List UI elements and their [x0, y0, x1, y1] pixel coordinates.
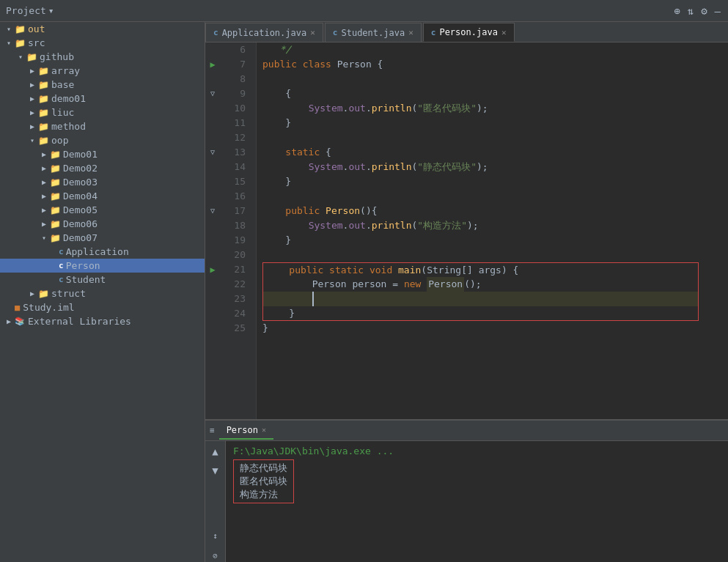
scroll-down-icon[interactable]: ▼ [210, 463, 219, 478]
tab-application[interactable]: c Application.java ✕ [205, 23, 323, 42]
iml-file-icon: ■ [15, 303, 20, 313]
sidebar-item-demo03-class[interactable]: ▶ 📁 Demo03 [0, 175, 205, 189]
line-num-12: 12 [220, 130, 250, 145]
add-icon[interactable]: ⊕ [672, 4, 681, 18]
gutter-line-23 [205, 292, 220, 306]
console-output-line-1: 静态代码块 [240, 462, 287, 475]
sidebar-item-liuc[interactable]: ▶ 📁 liuc [0, 106, 205, 119]
console-output-line-3: 构造方法 [240, 488, 287, 501]
tab-person[interactable]: c Person.java ✕ [423, 23, 515, 42]
code-line-16 [262, 189, 728, 204]
line-num-9: 9 [220, 86, 250, 101]
wrap-icon[interactable]: ↕ [211, 530, 219, 542]
line-num-25: 25 [220, 321, 250, 336]
arrow-icon: ▶ [38, 220, 50, 228]
sidebar-item-student[interactable]: c Student [0, 273, 205, 286]
tab-close-icon[interactable]: ✕ [408, 28, 413, 37]
gutter-line-19 [205, 233, 220, 248]
line-num-24: 24 [220, 306, 250, 321]
minimize-icon[interactable]: — [713, 4, 722, 18]
java-icon: c [333, 28, 338, 37]
code-line-20 [262, 248, 728, 262]
code-line-21: public static void main(String[] args) { [262, 262, 699, 277]
gear-icon[interactable]: ⚙ [699, 4, 708, 18]
code-line-14: System.out.println("静态代码块"); [262, 160, 728, 174]
sidebar-item-demo02-class[interactable]: ▶ 📁 Demo02 [0, 161, 205, 175]
java-file-icon: c [59, 261, 64, 270]
gutter-line-12 [205, 130, 220, 145]
sidebar-item-method[interactable]: ▶ 📁 method [0, 119, 205, 133]
sidebar-item-external-libraries[interactable]: ▶ 📚 External Libraries [0, 314, 205, 328]
bottom-tab-person[interactable]: Person ✕ [219, 422, 273, 440]
gutter-line-25 [205, 321, 220, 336]
sidebar-item-demo01-class[interactable]: ▶ 📁 Demo01 [0, 147, 205, 161]
project-label[interactable]: Project ▾ [6, 5, 54, 16]
bottom-panel: ≡ Person ✕ ▲ ▼ ↕ ⊘ F:\Java\JDK\bin\java.… [205, 419, 728, 562]
sidebar-item-demo01[interactable]: ▶ 📁 demo01 [0, 92, 205, 106]
sidebar-item-github[interactable]: ▾ 📁 github [0, 50, 205, 64]
editor-area: c Application.java ✕ c Student.java ✕ c … [205, 22, 728, 562]
sidebar-item-demo05-class[interactable]: ▶ 📁 Demo05 [0, 203, 205, 217]
sidebar-item-src[interactable]: ▾ 📁 src [0, 36, 205, 50]
code-editor[interactable]: ▶ ▽ ▽ ▽ ▶ 6 [205, 42, 728, 419]
arrow-icon: ▶ [26, 95, 38, 103]
code-line-9: { [262, 86, 728, 101]
sort-icon[interactable]: ⇅ [686, 4, 695, 18]
sidebar-item-array[interactable]: ▶ 📁 array [0, 64, 205, 78]
arrow-icon: ▶ [3, 317, 15, 325]
line-num-18: 18 [220, 218, 250, 233]
code-line-7: public class Person { [262, 57, 728, 72]
sidebar-item-struct[interactable]: ▶ 📁 struct [0, 286, 205, 300]
line-num-15: 15 [220, 174, 250, 189]
sidebar-item-demo07-class[interactable]: ▾ 📁 Demo07 [0, 231, 205, 245]
sidebar-item-oop[interactable]: ▾ 📁 oop [0, 133, 205, 147]
sidebar-item-base[interactable]: ▶ 📁 base [0, 78, 205, 92]
sidebar-item-label: demo01 [51, 93, 86, 104]
clear-icon[interactable]: ⊘ [211, 550, 219, 562]
bottom-left-bar: ▲ ▼ ↕ ⊘ [205, 441, 226, 562]
scroll-up-icon[interactable]: ▲ [210, 444, 219, 459]
tab-close-icon[interactable]: ✕ [310, 28, 315, 37]
gutter-line-22 [205, 277, 220, 292]
java-file-icon: c [59, 275, 64, 284]
sidebar-item-study-iml[interactable]: ■ Study.iml [0, 300, 205, 314]
code-line-6: */ [262, 42, 728, 57]
sidebar-item-label: github [40, 51, 74, 62]
sidebar-item-application[interactable]: c Application [0, 245, 205, 259]
folder-icon: 📁 [38, 289, 49, 299]
code-line-23 [262, 292, 699, 306]
gutter-line-21[interactable]: ▶ [205, 262, 220, 277]
tab-label: Application.java [222, 28, 307, 38]
sidebar-item-person[interactable]: c Person [0, 259, 205, 273]
console-text: 静态代码块 [240, 462, 287, 473]
console-output: F:\Java\JDK\bin\java.exe ... 静态代码块 匿名代码块… [226, 441, 728, 562]
sidebar-item-label: Demo06 [63, 218, 98, 229]
sidebar-item-label: src [28, 37, 45, 48]
folder-icon: 📁 [15, 38, 26, 48]
sidebar-item-label: array [51, 65, 80, 76]
sidebar-item-demo04-class[interactable]: ▶ 📁 Demo04 [0, 189, 205, 203]
gutter-line-13: ▽ [205, 145, 220, 160]
code-line-18: System.out.println("构造方法"); [262, 218, 728, 233]
tab-student[interactable]: c Student.java ✕ [325, 23, 422, 42]
gutter-line-10 [205, 101, 220, 116]
tab-close-icon[interactable]: ✕ [501, 28, 507, 37]
console-text: 构造方法 [240, 489, 278, 500]
line-num-23: 23 [220, 292, 250, 306]
line-num-16: 16 [220, 189, 250, 204]
code-content[interactable]: */ public class Person { { System.out.pr… [257, 42, 728, 419]
gutter-line-7[interactable]: ▶ [205, 57, 220, 72]
sidebar-item-demo06-class[interactable]: ▶ 📁 Demo06 [0, 217, 205, 231]
arrow-icon: ▾ [3, 25, 15, 33]
arrow-icon: ▶ [26, 108, 38, 117]
bottom-tab-close-icon[interactable]: ✕ [262, 426, 266, 434]
folder-icon: 📁 [38, 66, 49, 76]
arrow-icon: ▶ [26, 67, 38, 75]
sidebar-item-out[interactable]: ▾ 📁 out [0, 22, 205, 36]
main-layout: ▾ 📁 out ▾ 📁 src ▾ 📁 github ▶ 📁 array ▶ 📁… [0, 22, 728, 562]
code-line-19: } [262, 233, 728, 248]
sidebar-item-label: Demo05 [63, 204, 98, 215]
folder-icon: 📁 [50, 177, 61, 188]
code-line-17: public Person(){ [262, 204, 728, 218]
sidebar-item-label: out [28, 23, 45, 34]
